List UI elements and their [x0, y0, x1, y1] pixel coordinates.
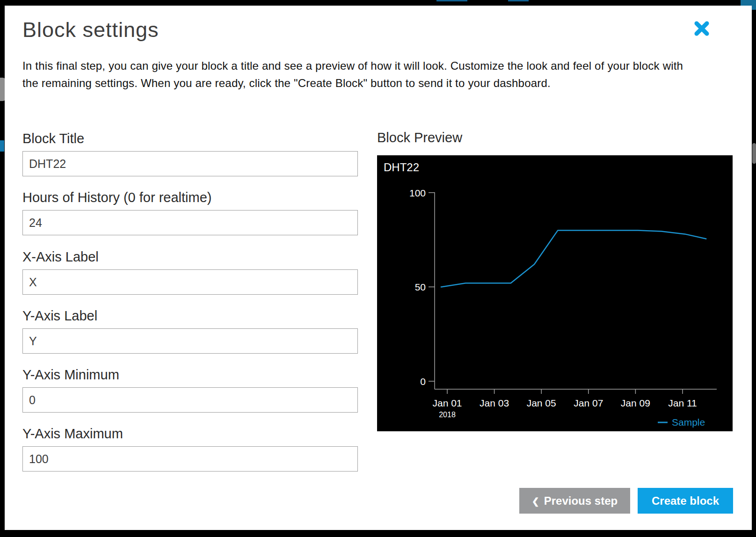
x-axis-label-field: X-Axis Label	[22, 249, 358, 295]
y-axis-min-input[interactable]	[22, 387, 358, 413]
y-axis-max-input[interactable]	[22, 446, 358, 472]
svg-text:2018: 2018	[439, 411, 456, 419]
background-link-underline	[436, 0, 467, 1]
block-title-field: Block Title	[22, 131, 358, 176]
block-settings-modal: Block settings In this final step, you c…	[5, 6, 752, 530]
close-button[interactable]	[690, 17, 714, 41]
close-icon	[694, 31, 710, 38]
preview-heading: Block Preview	[377, 130, 462, 145]
chevron-left-icon: ❮	[532, 497, 539, 506]
y-axis-min-label: Y-Axis Minimum	[22, 367, 358, 382]
hours-history-label: Hours of History (0 for realtime)	[22, 190, 358, 205]
modal-description: In this final step, you can give your bl…	[22, 57, 697, 92]
block-preview-chart: DHT22050100Jan 012018Jan 03Jan 05Jan 07J…	[377, 155, 733, 431]
x-axis-label-input[interactable]	[22, 269, 358, 295]
svg-text:0: 0	[420, 376, 426, 387]
hours-history-field: Hours of History (0 for realtime)	[22, 190, 358, 235]
svg-text:50: 50	[415, 282, 426, 292]
preview-chart-svg: DHT22050100Jan 012018Jan 03Jan 05Jan 07J…	[377, 155, 733, 431]
svg-text:Jan 09: Jan 09	[621, 398, 650, 408]
block-title-input[interactable]	[22, 151, 358, 176]
x-axis-label-label: X-Axis Label	[22, 249, 358, 264]
y-axis-max-field: Y-Axis Maximum	[22, 426, 358, 472]
create-block-button[interactable]: Create block	[638, 488, 733, 514]
background-link-underline	[508, 0, 529, 1]
svg-text:Jan 03: Jan 03	[480, 398, 509, 408]
svg-text:DHT22: DHT22	[384, 161, 419, 174]
svg-text:Jan 01: Jan 01	[432, 398, 462, 408]
svg-text:Sample: Sample	[672, 417, 705, 428]
previous-step-button[interactable]: ❮ Previous step	[519, 488, 630, 514]
modal-title: Block settings	[22, 18, 159, 42]
hours-history-input[interactable]	[22, 210, 358, 235]
svg-text:100: 100	[409, 188, 426, 198]
block-title-label: Block Title	[22, 131, 358, 146]
svg-text:Jan 05: Jan 05	[527, 398, 556, 408]
y-axis-max-label: Y-Axis Maximum	[22, 426, 358, 441]
y-axis-label-input[interactable]	[22, 328, 358, 354]
page-scrollbar-thumb[interactable]	[752, 143, 756, 164]
y-axis-label-label: Y-Axis Label	[22, 308, 358, 323]
background-text-fragment	[0, 140, 4, 152]
y-axis-label-field: Y-Axis Label	[22, 308, 358, 354]
y-axis-min-field: Y-Axis Minimum	[22, 367, 358, 413]
svg-text:Jan 11: Jan 11	[668, 398, 697, 408]
previous-step-label: Previous step	[544, 494, 618, 508]
svg-text:Jan 07: Jan 07	[574, 398, 603, 408]
